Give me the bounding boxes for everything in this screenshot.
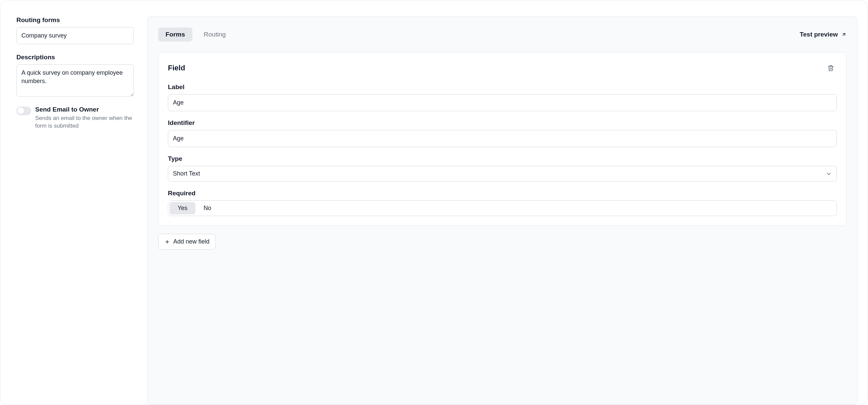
field-identifier-group: Identifier xyxy=(168,119,837,147)
chevron-down-icon xyxy=(826,171,832,177)
tabs: Forms Routing xyxy=(158,28,233,41)
app-container: Routing forms Descriptions A quick surve… xyxy=(0,0,868,405)
send-email-text: Send Email to Owner Sends an email to th… xyxy=(35,106,134,130)
field-type-value: Short Text xyxy=(173,170,200,177)
field-identifier-input[interactable] xyxy=(168,130,837,147)
delete-field-button[interactable] xyxy=(825,62,837,74)
descriptions-label: Descriptions xyxy=(17,54,134,61)
field-identifier-label: Identifier xyxy=(168,119,837,127)
field-label-group: Label xyxy=(168,84,837,111)
required-segmented-control: Yes No xyxy=(168,200,837,216)
sidebar: Routing forms Descriptions A quick surve… xyxy=(17,17,134,405)
tab-forms[interactable]: Forms xyxy=(158,28,192,41)
test-preview-button[interactable]: Test preview xyxy=(800,31,846,38)
descriptions-textarea[interactable]: A quick survey on company employee numbe… xyxy=(17,64,134,96)
external-link-icon xyxy=(841,32,846,37)
routing-forms-label: Routing forms xyxy=(17,17,134,24)
tab-routing[interactable]: Routing xyxy=(196,28,233,41)
test-preview-label: Test preview xyxy=(800,31,838,38)
plus-icon xyxy=(164,239,170,245)
form-title-input[interactable] xyxy=(17,27,134,44)
field-card-header: Field xyxy=(168,62,837,74)
required-option-no[interactable]: No xyxy=(195,202,219,214)
field-card: Field Label Identifier xyxy=(158,52,846,226)
field-type-label: Type xyxy=(168,155,837,162)
field-required-group: Required Yes No xyxy=(168,190,837,216)
add-new-field-label: Add new field xyxy=(173,238,210,245)
send-email-toggle[interactable] xyxy=(17,106,31,115)
field-type-group: Type Short Text xyxy=(168,155,837,182)
field-type-select-display: Short Text xyxy=(168,166,837,182)
trash-icon xyxy=(828,65,834,71)
field-required-label: Required xyxy=(168,190,837,197)
form-title-group: Routing forms xyxy=(17,17,134,44)
add-new-field-button[interactable]: Add new field xyxy=(158,234,216,250)
field-card-title: Field xyxy=(168,64,185,72)
send-email-title: Send Email to Owner xyxy=(35,106,134,113)
required-option-yes[interactable]: Yes xyxy=(169,202,195,214)
topbar: Forms Routing Test preview xyxy=(158,28,846,41)
send-email-row: Send Email to Owner Sends an email to th… xyxy=(17,106,134,130)
descriptions-group: Descriptions A quick survey on company e… xyxy=(17,54,134,96)
field-label-label: Label xyxy=(168,84,837,91)
field-label-input[interactable] xyxy=(168,94,837,111)
field-type-select[interactable]: Short Text xyxy=(168,166,837,182)
send-email-description: Sends an email to the owner when the for… xyxy=(35,115,134,130)
main-panel: Forms Routing Test preview Field xyxy=(147,17,858,405)
